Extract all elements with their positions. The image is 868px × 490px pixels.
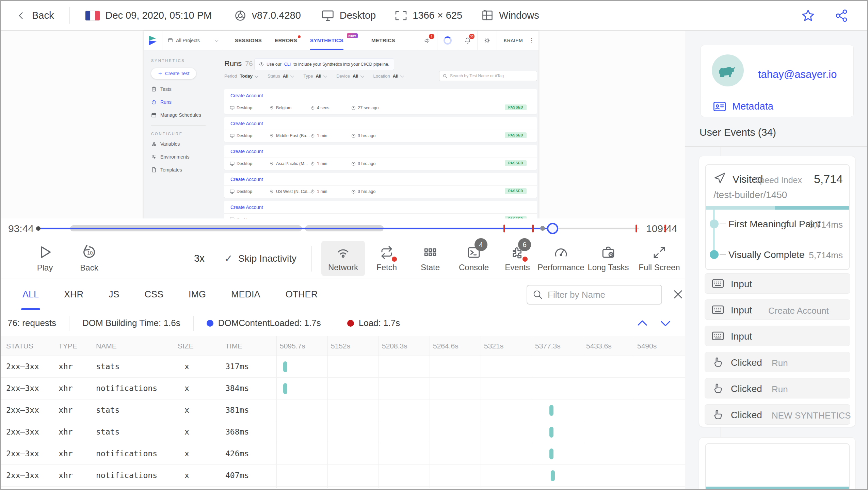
request-row[interactable]: 2xx–3xx xhr stats x 317ms — [1, 356, 685, 378]
sidebar-item-runs[interactable]: Runs — [151, 99, 222, 105]
tab-metrics[interactable]: METRICS — [371, 31, 395, 50]
filter-period[interactable]: PeriodToday — [224, 74, 257, 79]
filter-type[interactable]: TypeAll — [303, 74, 326, 79]
tab-xhr[interactable]: XHR — [64, 279, 83, 310]
panel-events-button[interactable]: 6 Events — [496, 241, 539, 276]
play-label: Play — [37, 263, 53, 273]
panel-fetch-label: Fetch — [376, 263, 397, 272]
user-email[interactable]: tahay@asayer.io — [758, 68, 837, 81]
request-row[interactable]: 2xx–3xx xhr stats x 368ms — [1, 421, 685, 443]
run-device: Desktop — [230, 158, 252, 169]
back-10-button[interactable]: 10 Back — [71, 244, 107, 273]
tab-synthetics[interactable]: SYNTHETICSNEW — [310, 31, 343, 50]
sidebar-item-schedules[interactable]: Manage Schedules — [151, 112, 222, 118]
run-title-link[interactable]: Create Account — [230, 149, 263, 154]
playhead-handle[interactable] — [547, 223, 558, 234]
request-row[interactable]: 2xx–3xx xhr notifications x 426ms — [1, 443, 685, 465]
favorite-star-icon[interactable] — [801, 9, 815, 22]
settings-button[interactable] — [477, 31, 497, 50]
event-item-input[interactable]: Input — [705, 326, 850, 346]
announcements-button[interactable]: 1 — [418, 31, 437, 50]
share-icon[interactable] — [835, 9, 848, 22]
create-test-button[interactable]: Create Test — [151, 68, 196, 79]
event-item-clicked[interactable]: Clicked NEW SYNTHETICS — [705, 404, 850, 425]
panel-state-button[interactable]: State — [408, 241, 452, 276]
project-selector[interactable]: All Projects — [162, 31, 223, 50]
panel-long-tasks-button[interactable]: Long Tasks — [583, 241, 634, 276]
panel-network-button[interactable]: Network — [321, 241, 365, 276]
panel-console-button[interactable]: 4 Console — [452, 241, 496, 276]
skip-inactivity-toggle[interactable]: ✓ Skip Inactivity — [224, 252, 296, 264]
plus-icon — [158, 71, 162, 76]
sidebar-item-templates[interactable]: Templates — [151, 167, 222, 173]
tab-img[interactable]: IMG — [189, 279, 206, 310]
event-item-input[interactable]: Input Create Account — [705, 299, 850, 320]
notifications-button[interactable]: 33 — [458, 31, 477, 50]
player-controls: Play 10 Back 3x ✓ Skip Inactivity Networ… — [1, 239, 685, 278]
filter-location[interactable]: LocationAll — [373, 74, 403, 79]
run-title-link[interactable]: Create Account — [230, 93, 263, 98]
cli-link[interactable]: CLI — [284, 62, 291, 67]
app-logo-icon — [148, 35, 157, 46]
event-marker[interactable] — [532, 225, 534, 232]
chevron-up-icon[interactable] — [635, 316, 649, 330]
cell-size: x — [184, 471, 189, 480]
panel-fetch-button[interactable]: Fetch — [365, 241, 408, 276]
cell-time: 381ms — [225, 406, 249, 414]
tab-js[interactable]: JS — [109, 279, 119, 310]
timeline-track[interactable] — [38, 228, 639, 229]
back-button[interactable]: Back — [16, 10, 54, 21]
request-row[interactable]: 2xx–3xx xhr notifications x 384ms — [1, 378, 685, 399]
tab-media[interactable]: MEDIA — [231, 279, 260, 310]
run-card[interactable]: Create Account Desktop Asia Pacific (M..… — [224, 145, 537, 170]
sidebar-item-variables[interactable]: Variables — [151, 141, 222, 147]
cell-name: stats — [96, 406, 119, 414]
request-row[interactable]: 2xx–3xx xhr notifications x 407ms — [1, 465, 685, 487]
kebab-menu-icon[interactable]: ⋮ — [528, 37, 539, 44]
run-card[interactable]: Create Account Desktop US West (N. Cal..… — [224, 173, 537, 198]
runs-search-input[interactable]: Search by Test Name or #Tag — [439, 71, 537, 81]
run-card[interactable]: Create Account Desktop Belgium 4 secs 27… — [224, 89, 537, 114]
tab-other[interactable]: OTHER — [286, 279, 318, 310]
visited-event-card-partial[interactable] — [705, 443, 850, 490]
run-card[interactable]: Create Account Desktop Middle East (Ba..… — [224, 117, 537, 142]
event-marker[interactable] — [636, 225, 637, 232]
sidebar-item-tests[interactable]: Tests — [151, 86, 222, 92]
run-title-link[interactable]: Create Account — [230, 121, 263, 126]
metadata-button[interactable]: Metadata — [713, 101, 773, 112]
sidebar-item-environments[interactable]: Environments — [151, 154, 222, 160]
event-item-clicked[interactable]: Clicked Run — [705, 352, 850, 372]
user-menu[interactable]: KRAIEM — [497, 31, 528, 50]
request-row[interactable]: 2xx–3xx xhr stats x 381ms — [1, 399, 685, 421]
event-group-card-partial — [699, 437, 855, 490]
tab-js-label: JS — [109, 289, 119, 300]
network-table-body: 2xx–3xx xhr stats x 317ms 2xx–3xx xhr no… — [1, 356, 685, 487]
close-panel-button[interactable] — [672, 288, 684, 300]
event-marker[interactable] — [503, 225, 505, 232]
run-card[interactable]: Create Account Desktop PASSED — [224, 201, 537, 218]
network-stats-row: 76: requests DOM Building Time: 1.6s DOM… — [1, 310, 685, 336]
visited-url: /test-builder/1450 — [713, 190, 787, 200]
visited-event-card[interactable]: Visited Speed Index 5,714 /test-builder/… — [705, 164, 850, 270]
filter-status[interactable]: StatusAll — [268, 74, 293, 79]
tab-css[interactable]: CSS — [145, 279, 164, 310]
panel-performance-button[interactable]: Performance — [539, 241, 583, 276]
filter-device[interactable]: DeviceAll — [336, 74, 363, 79]
run-title-link[interactable]: Create Account — [230, 205, 263, 210]
svg-text:10: 10 — [87, 250, 93, 256]
tab-sessions[interactable]: SESSIONS — [235, 31, 262, 50]
play-button[interactable]: Play — [27, 244, 63, 273]
speed-toggle[interactable]: 3x — [194, 253, 205, 264]
time-tick: 5208.3s — [382, 342, 407, 350]
tab-errors[interactable]: ERRORS — [275, 31, 297, 50]
run-title-link[interactable]: Create Account — [230, 177, 263, 182]
full-screen-button[interactable]: Full Screen — [634, 241, 685, 276]
event-detail: Create Account — [768, 306, 829, 316]
tab-all[interactable]: ALL — [22, 279, 39, 310]
event-item-clicked[interactable]: Clicked Run — [705, 378, 850, 398]
chevron-down-icon[interactable] — [658, 316, 673, 330]
filter-by-name-input[interactable]: Filter by Name — [527, 285, 662, 305]
play-icon — [37, 244, 53, 260]
new-badge: NEW — [347, 33, 358, 38]
event-item-input[interactable]: Input — [705, 273, 850, 294]
